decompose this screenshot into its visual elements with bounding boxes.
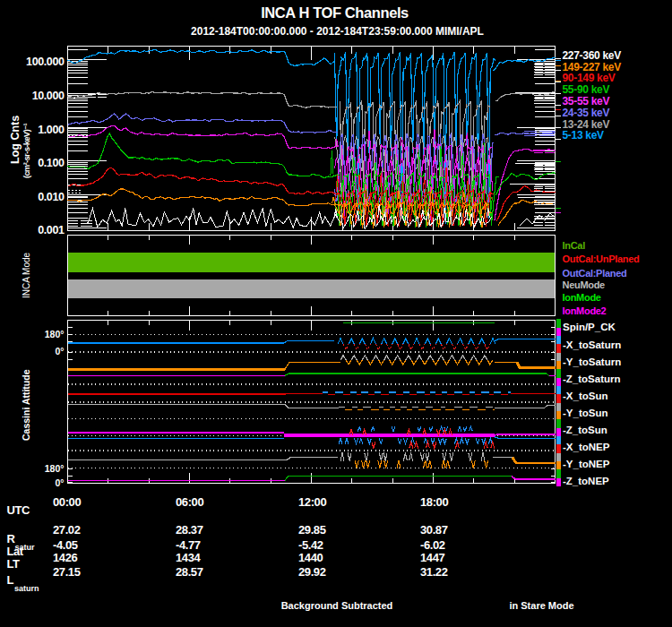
svg-text:in Stare Mode: in Stare Mode xyxy=(509,600,573,611)
svg-text:06:00: 06:00 xyxy=(176,495,203,509)
svg-text:Background Subtracted: Background Subtracted xyxy=(281,600,393,611)
svg-text:IonMode2: IonMode2 xyxy=(563,305,607,316)
svg-text:-X_toSun: -X_toSun xyxy=(563,391,607,401)
svg-text:1440: 1440 xyxy=(298,551,323,564)
svg-text:1.000: 1.000 xyxy=(38,124,65,136)
svg-text:100.000: 100.000 xyxy=(26,56,65,68)
svg-text:27.02: 27.02 xyxy=(53,523,81,537)
svg-text:-4.05: -4.05 xyxy=(53,538,78,552)
svg-text:-Y_toSaturn: -Y_toSaturn xyxy=(563,356,621,367)
svg-text:29.92: 29.92 xyxy=(298,565,326,579)
svg-text:saturn: saturn xyxy=(14,584,39,593)
svg-text:12:00: 12:00 xyxy=(298,495,326,509)
svg-text:InCal: InCal xyxy=(563,240,586,251)
svg-text:29.85: 29.85 xyxy=(298,523,326,537)
svg-text:18:00: 18:00 xyxy=(420,495,448,509)
svg-text:LT: LT xyxy=(7,557,21,571)
svg-text:UTC: UTC xyxy=(7,503,31,517)
svg-text:Spin/P_CK: Spin/P_CK xyxy=(563,322,616,332)
svg-text:1426: 1426 xyxy=(53,551,77,564)
svg-text:1447: 1447 xyxy=(420,551,444,564)
svg-text:Log Cnts: Log Cnts xyxy=(9,116,22,164)
svg-text:0.010: 0.010 xyxy=(38,191,65,203)
svg-text:28.37: 28.37 xyxy=(176,523,203,537)
svg-text:180°: 180° xyxy=(45,329,65,339)
svg-text:L: L xyxy=(7,573,14,587)
svg-text:-Y_toNEP: -Y_toNEP xyxy=(563,459,610,469)
svg-text:0.001: 0.001 xyxy=(38,224,65,236)
svg-text:-4.77: -4.77 xyxy=(176,538,201,552)
svg-text:-Z_toSun: -Z_toSun xyxy=(563,425,607,435)
svg-text:Cassini Attitude: Cassini Attitude xyxy=(21,369,31,441)
svg-text:-5.42: -5.42 xyxy=(298,538,323,552)
svg-text:-Y_toSun: -Y_toSun xyxy=(563,408,607,418)
svg-text:0°: 0° xyxy=(55,346,64,356)
svg-text:-Z_toNEP: -Z_toNEP xyxy=(563,476,609,486)
svg-text:INCA H TOF Channels: INCA H TOF Channels xyxy=(261,4,409,21)
svg-text:1434: 1434 xyxy=(176,551,201,564)
svg-text:2012-184T00:00:00.000 - 2012-1: 2012-184T00:00:00.000 - 2012-184T23:59:0… xyxy=(191,25,484,38)
svg-text:OutCal:UnPlaned: OutCal:UnPlaned xyxy=(563,253,640,264)
svg-text:0.100: 0.100 xyxy=(38,157,65,169)
svg-text:-6.02: -6.02 xyxy=(420,538,445,552)
svg-text:IonMode: IonMode xyxy=(563,292,601,303)
svg-text:28.57: 28.57 xyxy=(176,565,203,579)
svg-text:NeuMode: NeuMode xyxy=(563,279,606,290)
svg-text:-X_toNEP: -X_toNEP xyxy=(563,442,610,452)
svg-text:10.000: 10.000 xyxy=(32,90,65,102)
svg-text:30.87: 30.87 xyxy=(420,523,448,537)
svg-text:180°: 180° xyxy=(45,463,65,474)
svg-text:(cm²-sr-s-keV)⁻¹: (cm²-sr-s-keV)⁻¹ xyxy=(22,123,31,178)
svg-text:-Z_toSaturn: -Z_toSaturn xyxy=(563,374,621,384)
svg-text:INCA Mode: INCA Mode xyxy=(22,252,31,298)
svg-text:5-13 keV: 5-13 keV xyxy=(563,129,605,142)
svg-text:27.15: 27.15 xyxy=(53,565,81,579)
svg-text:00:00: 00:00 xyxy=(53,495,81,509)
svg-text:0°: 0° xyxy=(55,477,64,488)
svg-text:-X_toSaturn: -X_toSaturn xyxy=(563,339,621,350)
svg-text:OutCal:Planed: OutCal:Planed xyxy=(563,268,627,279)
svg-text:31.22: 31.22 xyxy=(420,565,448,579)
